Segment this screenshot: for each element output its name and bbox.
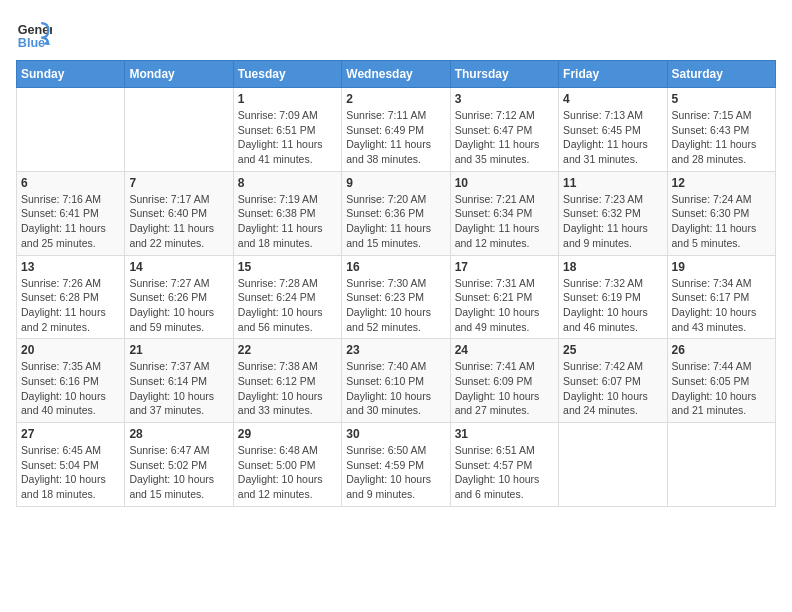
calendar-cell: 31Sunrise: 6:51 AM Sunset: 4:57 PM Dayli… <box>450 423 558 507</box>
calendar-cell: 1Sunrise: 7:09 AM Sunset: 6:51 PM Daylig… <box>233 88 341 172</box>
calendar-cell <box>125 88 233 172</box>
calendar-header-thursday: Thursday <box>450 61 558 88</box>
svg-text:Blue: Blue <box>18 36 45 50</box>
day-number: 12 <box>672 176 771 190</box>
day-info: Sunrise: 6:51 AM Sunset: 4:57 PM Dayligh… <box>455 443 554 502</box>
day-number: 26 <box>672 343 771 357</box>
day-number: 14 <box>129 260 228 274</box>
day-number: 7 <box>129 176 228 190</box>
day-number: 4 <box>563 92 662 106</box>
page-header: General Blue <box>16 16 776 52</box>
day-number: 13 <box>21 260 120 274</box>
calendar-cell: 13Sunrise: 7:26 AM Sunset: 6:28 PM Dayli… <box>17 255 125 339</box>
calendar-cell: 5Sunrise: 7:15 AM Sunset: 6:43 PM Daylig… <box>667 88 775 172</box>
day-number: 18 <box>563 260 662 274</box>
day-number: 30 <box>346 427 445 441</box>
day-number: 23 <box>346 343 445 357</box>
calendar-week-row: 6Sunrise: 7:16 AM Sunset: 6:41 PM Daylig… <box>17 171 776 255</box>
day-info: Sunrise: 7:27 AM Sunset: 6:26 PM Dayligh… <box>129 276 228 335</box>
calendar-cell <box>667 423 775 507</box>
day-info: Sunrise: 7:17 AM Sunset: 6:40 PM Dayligh… <box>129 192 228 251</box>
day-number: 8 <box>238 176 337 190</box>
day-number: 21 <box>129 343 228 357</box>
calendar-cell: 14Sunrise: 7:27 AM Sunset: 6:26 PM Dayli… <box>125 255 233 339</box>
day-info: Sunrise: 7:19 AM Sunset: 6:38 PM Dayligh… <box>238 192 337 251</box>
logo: General Blue <box>16 16 52 52</box>
calendar-cell: 21Sunrise: 7:37 AM Sunset: 6:14 PM Dayli… <box>125 339 233 423</box>
day-number: 11 <box>563 176 662 190</box>
day-number: 17 <box>455 260 554 274</box>
day-info: Sunrise: 7:44 AM Sunset: 6:05 PM Dayligh… <box>672 359 771 418</box>
day-number: 19 <box>672 260 771 274</box>
day-info: Sunrise: 7:28 AM Sunset: 6:24 PM Dayligh… <box>238 276 337 335</box>
calendar-header-wednesday: Wednesday <box>342 61 450 88</box>
day-info: Sunrise: 7:21 AM Sunset: 6:34 PM Dayligh… <box>455 192 554 251</box>
calendar-cell <box>17 88 125 172</box>
day-info: Sunrise: 7:38 AM Sunset: 6:12 PM Dayligh… <box>238 359 337 418</box>
calendar-cell: 30Sunrise: 6:50 AM Sunset: 4:59 PM Dayli… <box>342 423 450 507</box>
calendar-cell: 15Sunrise: 7:28 AM Sunset: 6:24 PM Dayli… <box>233 255 341 339</box>
day-number: 10 <box>455 176 554 190</box>
day-number: 22 <box>238 343 337 357</box>
day-number: 6 <box>21 176 120 190</box>
day-info: Sunrise: 7:34 AM Sunset: 6:17 PM Dayligh… <box>672 276 771 335</box>
day-number: 3 <box>455 92 554 106</box>
day-info: Sunrise: 7:09 AM Sunset: 6:51 PM Dayligh… <box>238 108 337 167</box>
calendar-cell <box>559 423 667 507</box>
calendar-cell: 3Sunrise: 7:12 AM Sunset: 6:47 PM Daylig… <box>450 88 558 172</box>
calendar-table: SundayMondayTuesdayWednesdayThursdayFrid… <box>16 60 776 507</box>
day-number: 15 <box>238 260 337 274</box>
calendar-cell: 2Sunrise: 7:11 AM Sunset: 6:49 PM Daylig… <box>342 88 450 172</box>
calendar-cell: 28Sunrise: 6:47 AM Sunset: 5:02 PM Dayli… <box>125 423 233 507</box>
calendar-cell: 24Sunrise: 7:41 AM Sunset: 6:09 PM Dayli… <box>450 339 558 423</box>
day-number: 27 <box>21 427 120 441</box>
calendar-cell: 23Sunrise: 7:40 AM Sunset: 6:10 PM Dayli… <box>342 339 450 423</box>
day-number: 28 <box>129 427 228 441</box>
calendar-header-row: SundayMondayTuesdayWednesdayThursdayFrid… <box>17 61 776 88</box>
day-info: Sunrise: 6:48 AM Sunset: 5:00 PM Dayligh… <box>238 443 337 502</box>
calendar-cell: 6Sunrise: 7:16 AM Sunset: 6:41 PM Daylig… <box>17 171 125 255</box>
day-number: 20 <box>21 343 120 357</box>
calendar-week-row: 1Sunrise: 7:09 AM Sunset: 6:51 PM Daylig… <box>17 88 776 172</box>
day-number: 9 <box>346 176 445 190</box>
day-info: Sunrise: 7:41 AM Sunset: 6:09 PM Dayligh… <box>455 359 554 418</box>
calendar-header-friday: Friday <box>559 61 667 88</box>
day-number: 16 <box>346 260 445 274</box>
calendar-header-tuesday: Tuesday <box>233 61 341 88</box>
day-number: 1 <box>238 92 337 106</box>
day-info: Sunrise: 7:15 AM Sunset: 6:43 PM Dayligh… <box>672 108 771 167</box>
day-number: 29 <box>238 427 337 441</box>
calendar-cell: 4Sunrise: 7:13 AM Sunset: 6:45 PM Daylig… <box>559 88 667 172</box>
calendar-header-sunday: Sunday <box>17 61 125 88</box>
calendar-cell: 22Sunrise: 7:38 AM Sunset: 6:12 PM Dayli… <box>233 339 341 423</box>
day-info: Sunrise: 7:13 AM Sunset: 6:45 PM Dayligh… <box>563 108 662 167</box>
day-info: Sunrise: 7:26 AM Sunset: 6:28 PM Dayligh… <box>21 276 120 335</box>
day-info: Sunrise: 7:35 AM Sunset: 6:16 PM Dayligh… <box>21 359 120 418</box>
calendar-header-saturday: Saturday <box>667 61 775 88</box>
calendar-week-row: 13Sunrise: 7:26 AM Sunset: 6:28 PM Dayli… <box>17 255 776 339</box>
day-number: 5 <box>672 92 771 106</box>
day-info: Sunrise: 6:47 AM Sunset: 5:02 PM Dayligh… <box>129 443 228 502</box>
day-info: Sunrise: 6:45 AM Sunset: 5:04 PM Dayligh… <box>21 443 120 502</box>
calendar-cell: 19Sunrise: 7:34 AM Sunset: 6:17 PM Dayli… <box>667 255 775 339</box>
day-number: 2 <box>346 92 445 106</box>
day-info: Sunrise: 7:37 AM Sunset: 6:14 PM Dayligh… <box>129 359 228 418</box>
day-info: Sunrise: 7:16 AM Sunset: 6:41 PM Dayligh… <box>21 192 120 251</box>
calendar-cell: 9Sunrise: 7:20 AM Sunset: 6:36 PM Daylig… <box>342 171 450 255</box>
day-info: Sunrise: 7:32 AM Sunset: 6:19 PM Dayligh… <box>563 276 662 335</box>
day-number: 25 <box>563 343 662 357</box>
day-info: Sunrise: 7:20 AM Sunset: 6:36 PM Dayligh… <box>346 192 445 251</box>
day-info: Sunrise: 7:12 AM Sunset: 6:47 PM Dayligh… <box>455 108 554 167</box>
calendar-header-monday: Monday <box>125 61 233 88</box>
day-info: Sunrise: 7:40 AM Sunset: 6:10 PM Dayligh… <box>346 359 445 418</box>
calendar-cell: 26Sunrise: 7:44 AM Sunset: 6:05 PM Dayli… <box>667 339 775 423</box>
calendar-cell: 20Sunrise: 7:35 AM Sunset: 6:16 PM Dayli… <box>17 339 125 423</box>
calendar-cell: 12Sunrise: 7:24 AM Sunset: 6:30 PM Dayli… <box>667 171 775 255</box>
calendar-cell: 8Sunrise: 7:19 AM Sunset: 6:38 PM Daylig… <box>233 171 341 255</box>
day-info: Sunrise: 7:24 AM Sunset: 6:30 PM Dayligh… <box>672 192 771 251</box>
calendar-cell: 27Sunrise: 6:45 AM Sunset: 5:04 PM Dayli… <box>17 423 125 507</box>
calendar-cell: 16Sunrise: 7:30 AM Sunset: 6:23 PM Dayli… <box>342 255 450 339</box>
day-info: Sunrise: 7:11 AM Sunset: 6:49 PM Dayligh… <box>346 108 445 167</box>
calendar-cell: 29Sunrise: 6:48 AM Sunset: 5:00 PM Dayli… <box>233 423 341 507</box>
day-info: Sunrise: 7:31 AM Sunset: 6:21 PM Dayligh… <box>455 276 554 335</box>
